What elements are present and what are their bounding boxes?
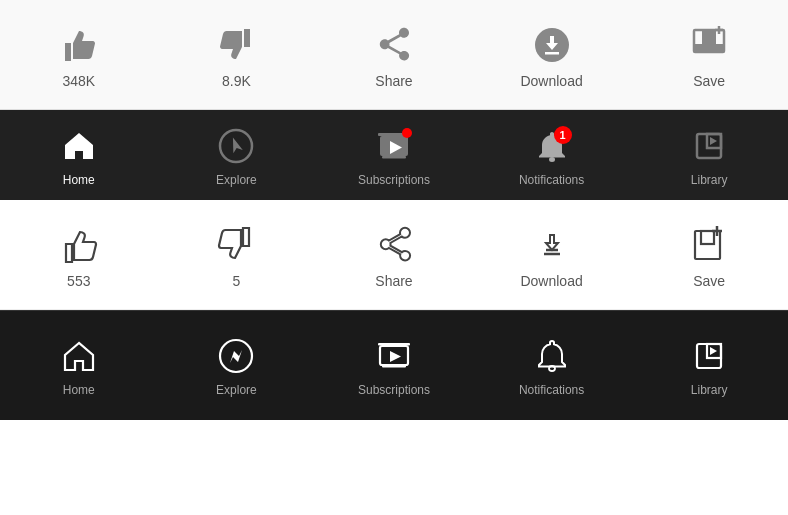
nav-library-bottom-label: Library: [691, 383, 728, 397]
download-button-mid[interactable]: Download: [473, 223, 631, 289]
library-icon-wrap: [687, 124, 731, 168]
save-label-mid: Save: [693, 273, 725, 289]
svg-rect-26: [378, 343, 410, 346]
nav-home-bottom[interactable]: Home: [0, 334, 158, 397]
svg-rect-27: [382, 365, 406, 368]
save-button-top[interactable]: Save: [630, 23, 788, 89]
nav-library[interactable]: Library: [630, 124, 788, 187]
svg-rect-20: [701, 231, 714, 244]
nav-library-label: Library: [691, 173, 728, 187]
like-button[interactable]: 348K: [0, 23, 158, 89]
dislike-count: 8.9K: [222, 73, 251, 89]
top-action-bar: 348K 8.9K Share Download: [0, 0, 788, 110]
home-outline-icon: [57, 334, 101, 378]
download-outline-icon: [530, 223, 574, 267]
svg-point-13: [549, 157, 555, 162]
explore-icon-wrap: [214, 124, 258, 168]
like-count: 348K: [62, 73, 95, 89]
notifications-badge: 1: [554, 126, 572, 144]
svg-rect-14: [697, 134, 721, 158]
nav-notifications-bottom-label: Notifications: [519, 383, 584, 397]
nav-explore-bottom[interactable]: Explore: [158, 334, 316, 397]
nav-notifications-label: Notifications: [519, 173, 584, 187]
subscriptions-icon-wrap: [372, 124, 416, 168]
library-outline-icon: [687, 334, 731, 378]
bottom-nav-bar: Home Explore Subscriptions: [0, 310, 788, 420]
notifications-icon-wrap: 1: [530, 124, 574, 168]
nav-library-bottom[interactable]: Library: [630, 334, 788, 397]
nav-home[interactable]: Home: [0, 124, 158, 187]
svg-point-28: [549, 366, 555, 371]
top-nav-bar: Home Explore Subscriptions: [0, 110, 788, 200]
svg-marker-25: [390, 351, 401, 362]
save-icon: [687, 23, 731, 67]
nav-home-label: Home: [63, 173, 95, 187]
dislike-button-mid[interactable]: 5: [158, 223, 316, 289]
nav-subscriptions-bottom-label: Subscriptions: [358, 383, 430, 397]
thumbs-up-icon: [57, 23, 101, 67]
share-label-mid: Share: [375, 273, 412, 289]
save-plus-icon: [687, 223, 731, 267]
save-label-top: Save: [693, 73, 725, 89]
dislike-count-mid: 5: [232, 273, 240, 289]
nav-subscriptions[interactable]: Subscriptions: [315, 124, 473, 187]
nav-explore-label: Explore: [216, 173, 257, 187]
svg-marker-8: [229, 135, 244, 153]
subscriptions-outline-icon: [372, 334, 416, 378]
download-label: Download: [520, 73, 582, 89]
download-icon: [530, 23, 574, 67]
svg-rect-29: [697, 344, 721, 368]
subscriptions-badge: [402, 128, 412, 138]
svg-marker-31: [710, 347, 717, 355]
nav-subscriptions-label: Subscriptions: [358, 173, 430, 187]
share-outline-icon: [372, 223, 416, 267]
nav-notifications[interactable]: 1 Notifications: [473, 124, 631, 187]
like-button-mid[interactable]: 553: [0, 223, 158, 289]
share-icon: [372, 23, 416, 67]
svg-rect-4: [702, 30, 716, 44]
notifications-outline-icon: [530, 334, 574, 378]
nav-notifications-bottom[interactable]: Notifications: [473, 334, 631, 397]
thumbs-up-outline-icon: [57, 223, 101, 267]
download-button[interactable]: Download: [473, 23, 631, 89]
svg-rect-1: [545, 52, 559, 55]
mid-action-bar: 553 5 Share Download: [0, 200, 788, 310]
share-button[interactable]: Share: [315, 23, 473, 89]
svg-marker-16: [710, 137, 717, 145]
home-icon-wrap: [57, 124, 101, 168]
dislike-button[interactable]: 8.9K: [158, 23, 316, 89]
save-button-mid[interactable]: Save: [630, 223, 788, 289]
thumbs-down-outline-icon: [214, 223, 258, 267]
share-button-mid[interactable]: Share: [315, 223, 473, 289]
thumbs-down-icon: [214, 23, 258, 67]
svg-rect-3: [694, 44, 724, 52]
nav-subscriptions-bottom[interactable]: Subscriptions: [315, 334, 473, 397]
explore-outline-icon: [214, 334, 258, 378]
like-count-mid: 553: [67, 273, 90, 289]
download-label-mid: Download: [520, 273, 582, 289]
share-label: Share: [375, 73, 412, 89]
nav-explore[interactable]: Explore: [158, 124, 316, 187]
svg-rect-12: [382, 156, 406, 159]
nav-explore-bottom-label: Explore: [216, 383, 257, 397]
nav-home-bottom-label: Home: [63, 383, 95, 397]
